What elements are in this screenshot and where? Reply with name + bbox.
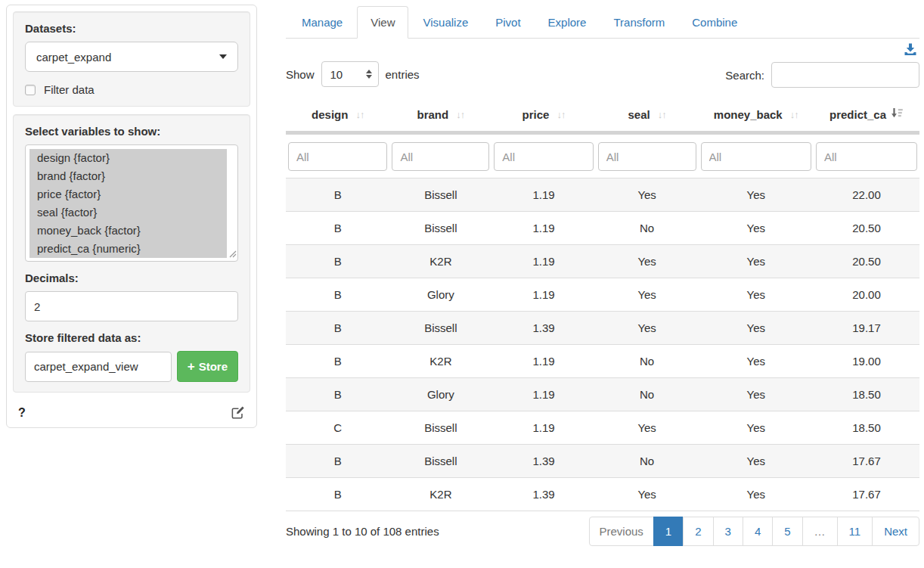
- variable-option[interactable]: seal {factor}: [29, 203, 227, 222]
- tab-view[interactable]: View: [357, 6, 408, 39]
- pagination-previous[interactable]: Previous: [589, 517, 654, 546]
- filter-input-money-back[interactable]: [701, 142, 812, 171]
- cell: 19.17: [814, 312, 919, 345]
- cell: K2R: [389, 345, 491, 378]
- cell: Bissell: [389, 312, 491, 345]
- cell: Yes: [699, 411, 814, 445]
- dataset-panel: Datasets: carpet_expand Filter data: [13, 11, 250, 107]
- sidebar-footer: ?: [13, 399, 250, 421]
- cell: 1.19: [491, 212, 595, 245]
- cell: B: [286, 212, 389, 245]
- cell: Glory: [389, 278, 491, 312]
- sort-icon[interactable]: ↓↑: [355, 109, 364, 120]
- column-label: design: [312, 108, 348, 121]
- sort-icon[interactable]: ↓↑: [658, 109, 666, 120]
- pagination-page-11[interactable]: 11: [837, 517, 873, 546]
- page-length-select[interactable]: 10: [321, 61, 379, 87]
- table-row: B Bissell 1.19 Yes Yes 22.00: [286, 178, 919, 212]
- download-icon[interactable]: [903, 42, 918, 57]
- filter-input-design[interactable]: [288, 142, 387, 171]
- pagination-page-5[interactable]: 5: [772, 517, 802, 546]
- variable-option[interactable]: design {factor}: [29, 149, 227, 167]
- column-header-predict-ca[interactable]: predict_ca: [814, 100, 919, 133]
- resize-handle-icon[interactable]: [229, 247, 237, 260]
- cell: 1.19: [491, 178, 595, 212]
- column-header-brand[interactable]: brand↓↑: [389, 100, 491, 133]
- pagination: Previous 1 2 3 4 5 … 11 Next: [590, 517, 920, 546]
- variable-option[interactable]: predict_ca {numeric}: [29, 240, 227, 258]
- filter-cell: [286, 133, 389, 178]
- cell: 22.00: [814, 178, 919, 212]
- pagination-page-2[interactable]: 2: [683, 517, 713, 546]
- store-button[interactable]: + Store: [177, 351, 238, 382]
- filter-input-seal[interactable]: [598, 142, 696, 171]
- cell: Yes: [699, 245, 814, 278]
- pagination-page-3[interactable]: 3: [713, 517, 743, 546]
- filter-input-price[interactable]: [494, 142, 593, 171]
- cell: Bissell: [389, 212, 491, 245]
- cell: Yes: [596, 312, 699, 345]
- variables-listbox[interactable]: design {factor} brand {factor} price {fa…: [25, 144, 238, 262]
- cell: Yes: [699, 345, 814, 378]
- cell: K2R: [389, 245, 491, 278]
- column-label: price: [522, 108, 550, 121]
- filter-data-checkbox[interactable]: [25, 85, 36, 95]
- column-header-money-back[interactable]: money_back↓↑: [699, 100, 814, 133]
- dataset-select[interactable]: carpet_expand: [25, 42, 238, 72]
- cell: B: [286, 345, 389, 378]
- cell: 18.50: [814, 411, 919, 445]
- column-header-price[interactable]: price↓↑: [491, 100, 595, 133]
- pagination-ellipsis: …: [802, 517, 838, 546]
- filter-input-brand[interactable]: [392, 142, 489, 171]
- help-button[interactable]: ?: [18, 406, 26, 420]
- decimals-input[interactable]: [25, 291, 238, 321]
- cell: No: [596, 378, 699, 411]
- cell: B: [286, 312, 389, 345]
- column-header-design[interactable]: design↓↑: [286, 100, 389, 133]
- table-row: B Glory 1.19 No Yes 18.50: [286, 378, 919, 411]
- datasets-label: Datasets:: [25, 22, 238, 35]
- cell: Yes: [699, 378, 814, 411]
- cell: 1.19: [491, 278, 595, 312]
- pagination-next[interactable]: Next: [872, 517, 919, 546]
- column-header-seal[interactable]: seal↓↑: [596, 100, 699, 133]
- variable-option[interactable]: money_back {factor}: [29, 222, 227, 240]
- table-row: B K2R 1.39 Yes Yes 17.67: [286, 478, 919, 511]
- cell: 18.50: [814, 378, 919, 411]
- tab-manage[interactable]: Manage: [289, 7, 355, 38]
- search-group: Search:: [725, 62, 919, 88]
- report-edit-icon[interactable]: [231, 405, 245, 420]
- tab-transform[interactable]: Transform: [600, 7, 677, 38]
- pagination-page-1[interactable]: 1: [653, 517, 684, 546]
- cell: 1.39: [491, 445, 595, 478]
- cell: 1.19: [491, 345, 595, 378]
- cell: Bissell: [389, 445, 491, 478]
- cell: 1.19: [491, 378, 595, 411]
- cell: Bissell: [389, 178, 491, 212]
- decimals-label: Decimals:: [25, 272, 238, 284]
- table-row: B Bissell 1.19 No Yes 20.50: [286, 212, 919, 245]
- tab-bar: Manage View Visualize Pivot Explore Tran…: [286, 6, 919, 39]
- table-row: B K2R 1.19 Yes Yes 20.50: [286, 245, 919, 278]
- select-variables-label: Select variables to show:: [25, 125, 238, 138]
- filter-input-predict-ca[interactable]: [816, 142, 917, 171]
- tab-combine[interactable]: Combine: [679, 7, 750, 38]
- variable-option[interactable]: price {factor}: [29, 185, 227, 203]
- cell: Yes: [699, 478, 814, 511]
- tab-visualize[interactable]: Visualize: [410, 7, 481, 38]
- sort-icon[interactable]: ↓↑: [456, 109, 464, 120]
- sort-descending-icon[interactable]: [891, 107, 904, 121]
- page-length-value: 10: [330, 68, 343, 81]
- store-name-input[interactable]: [25, 352, 172, 382]
- sort-icon[interactable]: ↓↑: [790, 109, 798, 120]
- tab-pivot[interactable]: Pivot: [482, 7, 533, 38]
- cell: 20.50: [814, 245, 919, 278]
- variable-option[interactable]: brand {factor}: [29, 167, 227, 185]
- table-row: C Bissell 1.19 Yes Yes 18.50: [286, 411, 919, 445]
- search-input[interactable]: [771, 62, 919, 88]
- filter-data-checkbox-row[interactable]: Filter data: [25, 83, 238, 96]
- sort-icon[interactable]: ↓↑: [557, 109, 565, 120]
- tab-explore[interactable]: Explore: [535, 7, 600, 38]
- pagination-page-4[interactable]: 4: [743, 517, 773, 546]
- dataset-select-value: carpet_expand: [36, 51, 111, 64]
